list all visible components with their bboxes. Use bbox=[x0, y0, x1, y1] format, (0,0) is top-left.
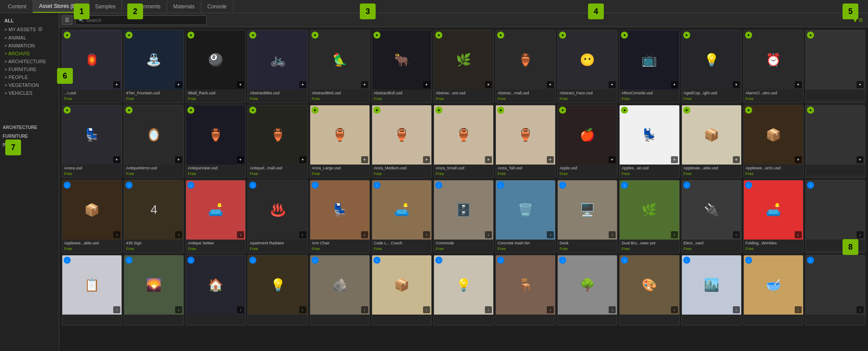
download-icon[interactable]: ↓ bbox=[237, 231, 244, 238]
list-item[interactable]: ●🎱✦9Ball_Rack.usdFree bbox=[186, 30, 246, 103]
download-icon[interactable]: ↓ bbox=[795, 306, 802, 313]
add-to-scene-icon[interactable]: ✦ bbox=[609, 156, 616, 163]
list-item[interactable]: ↓📦↓Applesee...able.usdFree bbox=[62, 180, 122, 253]
grid-container[interactable]: ●🏮✦...t.usdFree●⛲✦4Tier_Fountain.usdFree… bbox=[59, 27, 868, 351]
add-to-scene-icon[interactable]: ✦ bbox=[299, 81, 306, 88]
download-icon[interactable]: ↓ bbox=[547, 306, 554, 313]
list-item[interactable]: ●💺✦Anora.usdFree bbox=[62, 105, 122, 178]
add-to-scene-icon[interactable]: ✦ bbox=[361, 156, 368, 163]
list-item[interactable]: ↓🏙️↓ bbox=[681, 255, 742, 326]
search-input[interactable] bbox=[86, 18, 204, 23]
list-item[interactable]: ●🏮✦...t.usdFree bbox=[62, 30, 122, 103]
sidebar-item-furniture[interactable]: + FURNITURE bbox=[0, 65, 59, 73]
download-icon[interactable]: ↓ bbox=[113, 231, 120, 238]
list-item[interactable]: ●🏺✦AntiqueVase.usdFree bbox=[186, 105, 246, 178]
add-to-scene-icon[interactable]: ✦ bbox=[423, 81, 430, 88]
download-icon[interactable]: ↓ bbox=[299, 231, 306, 238]
download-icon[interactable]: ↓ bbox=[733, 231, 740, 238]
download-icon[interactable]: ↓ bbox=[175, 306, 182, 313]
list-item[interactable]: ↓🛋️↓Antique SetteeFree bbox=[186, 180, 246, 253]
list-item[interactable]: ●🏺✦Antiquel...mall.usdFree bbox=[247, 105, 308, 178]
add-to-scene-icon[interactable]: ✦ bbox=[361, 81, 368, 88]
list-item[interactable]: ↓↓ bbox=[805, 255, 865, 326]
list-item[interactable]: ↓🛋️↓Folding...WrinklesFree bbox=[743, 180, 803, 253]
list-item[interactable]: ↓🪨↓ bbox=[310, 255, 370, 326]
list-item[interactable]: ↓🌿↓Dual Bru...ower potFree bbox=[619, 180, 679, 253]
list-item[interactable]: ●😶✦Abstract_Face.usdFree bbox=[557, 30, 617, 103]
list-item[interactable]: ↓🗄️↓CommodeFree bbox=[434, 180, 494, 253]
download-icon[interactable]: ↓ bbox=[671, 231, 678, 238]
list-item[interactable]: ↓🔌↓Elect...oardFree bbox=[681, 180, 742, 253]
add-to-scene-icon[interactable]: ✦ bbox=[733, 156, 740, 163]
list-item[interactable]: ●🪞✦AntiqueMirror.usdFree bbox=[124, 105, 184, 178]
download-icon[interactable]: ↓ bbox=[175, 231, 182, 238]
add-to-scene-icon[interactable]: ✦ bbox=[857, 81, 864, 88]
add-to-scene-icon[interactable]: ✦ bbox=[857, 156, 864, 163]
add-to-scene-icon[interactable]: ✦ bbox=[671, 156, 678, 163]
sidebar-my-assets[interactable]: + MY ASSETS ⚙ bbox=[0, 25, 59, 34]
sidebar-item-people[interactable]: + PEOPLE bbox=[0, 73, 59, 81]
list-item[interactable]: ●🏺✦Anza_Large.usdFree bbox=[310, 105, 370, 178]
download-icon[interactable]: ↓ bbox=[795, 231, 802, 238]
list-item[interactable]: ●💡✦AgedCop...ight.usdFree bbox=[681, 30, 742, 103]
tab-materials[interactable]: Materials bbox=[167, 0, 201, 13]
list-item[interactable]: ●🏺✦Anza_Medium.usdFree bbox=[372, 105, 432, 178]
list-item[interactable]: ●🏺✦Anza_Small.usdFree bbox=[434, 105, 494, 178]
list-item[interactable]: ●📦✦Applesee...ar01.usdFree bbox=[743, 105, 803, 178]
list-item[interactable]: ●🦜✦AbstractBird.usdFree bbox=[310, 30, 370, 103]
download-icon[interactable]: ↓ bbox=[733, 306, 740, 313]
add-to-scene-icon[interactable]: ✦ bbox=[113, 156, 120, 163]
add-to-scene-icon[interactable]: ✦ bbox=[237, 81, 244, 88]
list-item[interactable]: ↓💡↓ bbox=[434, 255, 494, 326]
list-item[interactable]: ●✦ bbox=[805, 105, 865, 178]
tab-console[interactable]: Console bbox=[201, 0, 233, 13]
add-to-scene-icon[interactable]: ✦ bbox=[113, 81, 120, 88]
list-item[interactable]: ●🏺✦Abstrac...mall.usdFree bbox=[495, 30, 556, 103]
sidebar-item-architecture[interactable]: + ARCHITECTURE bbox=[0, 57, 59, 65]
list-item[interactable]: ●💺✦Apples...air.usdFree bbox=[619, 105, 679, 178]
download-icon[interactable]: ↓ bbox=[361, 231, 368, 238]
download-icon[interactable]: ↓ bbox=[485, 306, 492, 313]
list-item[interactable]: ↓💺↓Arm ChairFree bbox=[310, 180, 370, 253]
list-item[interactable]: ↓🗑️↓Concrete trash binFree bbox=[495, 180, 556, 253]
list-item[interactable]: ●📦✦Applesee...able.usdFree bbox=[681, 105, 742, 178]
add-to-scene-icon[interactable]: ✦ bbox=[423, 156, 430, 163]
gear-icon[interactable]: ⚙ bbox=[38, 26, 43, 32]
list-item[interactable]: ↓🛋️↓Cade L... CouchFree bbox=[372, 180, 432, 253]
add-to-scene-icon[interactable]: ✦ bbox=[609, 81, 616, 88]
list-item[interactable]: ↓🪑↓ bbox=[495, 255, 556, 326]
sidebar-item-animal[interactable]: + ANIMAL bbox=[0, 34, 59, 42]
download-icon[interactable]: ↓ bbox=[671, 306, 678, 313]
list-item[interactable]: ↓🖥️↓DeskFree bbox=[557, 180, 617, 253]
sidebar-item-vegetation[interactable]: + VEGETATION bbox=[0, 81, 59, 89]
download-icon[interactable]: ↓ bbox=[423, 231, 430, 238]
add-to-scene-icon[interactable]: ✦ bbox=[733, 81, 740, 88]
add-to-scene-icon[interactable]: ✦ bbox=[485, 81, 492, 88]
toolbar-list-btn[interactable]: ☰ bbox=[62, 15, 72, 25]
list-item[interactable]: ↓🏠↓ bbox=[186, 255, 246, 326]
download-icon[interactable]: ↓ bbox=[299, 306, 306, 313]
list-item[interactable]: ↓🌄↓ bbox=[124, 255, 184, 326]
sidebar-item-vehicles[interactable]: + VEHICLES bbox=[0, 89, 59, 97]
download-icon[interactable]: ↓ bbox=[237, 306, 244, 313]
list-item[interactable]: ↓📋↓ bbox=[62, 255, 122, 326]
tab-samples[interactable]: Samples bbox=[89, 0, 122, 13]
list-item[interactable]: ●🍎✦Apple.usdFree bbox=[557, 105, 617, 178]
list-item[interactable]: ●🐂✦AbstractBull.usdFree bbox=[372, 30, 432, 103]
add-to-scene-icon[interactable]: ✦ bbox=[671, 81, 678, 88]
list-item[interactable]: ↓♨️↓Apartment RadiatorFree bbox=[247, 180, 308, 253]
add-to-scene-icon[interactable]: ✦ bbox=[299, 156, 306, 163]
list-item[interactable]: ●⏰✦AlarmCl...etro.usdFree bbox=[743, 30, 803, 103]
add-to-scene-icon[interactable]: ✦ bbox=[795, 156, 802, 163]
list-item[interactable]: ↓🎨↓ bbox=[619, 255, 679, 326]
add-to-scene-icon[interactable]: ✦ bbox=[237, 156, 244, 163]
tab-content[interactable]: Content bbox=[2, 0, 33, 13]
list-item[interactable]: ●📺✦AftonConsole.usdFree bbox=[619, 30, 679, 103]
download-icon[interactable]: ↓ bbox=[547, 231, 554, 238]
list-item[interactable]: ●🏺✦Anza_Tall.usdFree bbox=[495, 105, 556, 178]
sidebar-item-animation[interactable]: + ANIMATION bbox=[0, 42, 59, 50]
download-icon[interactable]: ↓ bbox=[361, 306, 368, 313]
download-icon[interactable]: ↓ bbox=[485, 231, 492, 238]
add-to-scene-icon[interactable]: ✦ bbox=[547, 81, 554, 88]
download-icon[interactable]: ↓ bbox=[609, 231, 616, 238]
